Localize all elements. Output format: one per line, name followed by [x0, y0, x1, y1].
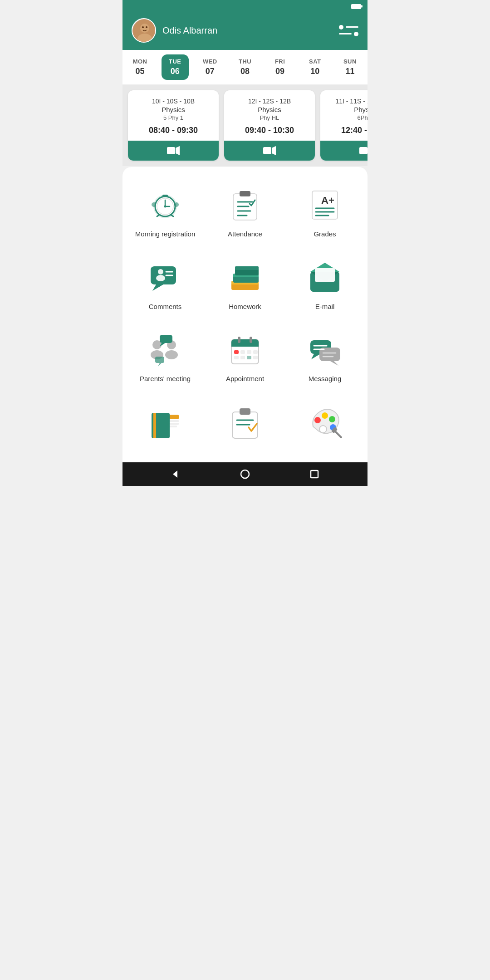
svg-point-91 — [329, 416, 335, 422]
menu-item-homework[interactable]: Homework — [207, 249, 283, 318]
svg-rect-67 — [234, 356, 239, 359]
svg-point-93 — [319, 426, 327, 433]
email-label: E-mail — [315, 302, 335, 311]
email-icon — [304, 257, 345, 298]
menu-item-messaging[interactable]: Messaging — [287, 321, 363, 390]
grades-icon: A+ — [304, 184, 345, 225]
extra1-icon — [145, 402, 186, 442]
video-icon — [263, 146, 276, 155]
class-time: 09:40 - 10:30 — [231, 126, 308, 135]
svg-marker-74 — [330, 361, 338, 366]
svg-rect-70 — [253, 356, 258, 359]
back-button[interactable] — [167, 465, 185, 483]
svg-point-53 — [165, 350, 178, 359]
class-code: 5 Phy 1 — [135, 114, 211, 121]
classes-list: 10I - 10S - 10B Physics 5 Phy 1 08:40 - … — [122, 85, 368, 166]
menu-grid: Morning registration Atte — [127, 176, 363, 453]
svg-marker-96 — [173, 470, 177, 478]
day-number: 11 — [345, 67, 354, 76]
day-name: WED — [203, 58, 217, 65]
svg-rect-61 — [238, 337, 240, 343]
svg-rect-60 — [231, 343, 259, 347]
menu-item-morning-registration[interactable]: Morning registration — [127, 176, 203, 245]
class-card-2: 11I - 11S - 11B - 11O Physics 6Phy1 12:4… — [320, 90, 368, 161]
svg-rect-68 — [240, 356, 245, 359]
calendar-day-mon[interactable]: MON 05 — [127, 54, 154, 80]
svg-rect-86 — [240, 408, 250, 415]
day-name: SUN — [343, 58, 357, 65]
svg-point-20 — [152, 202, 156, 207]
svg-marker-35 — [152, 284, 163, 291]
homework-label: Homework — [229, 302, 261, 311]
menu-item-grades[interactable]: A+ Grades — [287, 176, 363, 245]
class-groups: 11I - 11S - 11B - 11O — [328, 98, 368, 105]
svg-line-94 — [335, 431, 341, 437]
menu-item-extra2[interactable] — [207, 393, 283, 453]
day-name: TUE — [169, 58, 181, 65]
svg-rect-56 — [155, 357, 164, 363]
menu-item-extra1[interactable] — [127, 393, 203, 453]
calendar-day-thu[interactable]: THU 08 — [231, 54, 259, 80]
svg-rect-66 — [253, 350, 258, 354]
svg-rect-82 — [170, 420, 179, 422]
svg-point-21 — [174, 202, 179, 207]
grades-label: Grades — [314, 230, 336, 239]
attendance-label: Attendance — [228, 230, 262, 239]
svg-rect-84 — [170, 426, 177, 427]
day-name: MON — [133, 58, 147, 65]
svg-rect-69 — [247, 356, 251, 359]
menu-item-parents-meeting[interactable]: Parents' meeting — [127, 321, 203, 390]
calendar-day-wed[interactable]: WED 07 — [196, 54, 224, 80]
attendance-icon — [225, 184, 265, 225]
bottom-navigation — [122, 462, 368, 486]
svg-point-36 — [158, 269, 163, 274]
svg-rect-45 — [235, 266, 259, 270]
appointment-label: Appointment — [226, 374, 264, 383]
svg-rect-65 — [247, 350, 251, 354]
menu-item-extra3[interactable] — [287, 393, 363, 453]
menu-item-attendance[interactable]: Attendance — [207, 176, 283, 245]
class-time: 12:40 - 13:30 — [328, 126, 368, 135]
messaging-icon — [304, 329, 345, 370]
svg-point-90 — [322, 412, 328, 419]
svg-rect-64 — [240, 350, 245, 354]
svg-rect-98 — [311, 470, 318, 478]
class-groups: 12I - 12S - 12B — [231, 98, 308, 105]
home-button[interactable] — [236, 465, 254, 483]
menu-item-comments[interactable]: Comments — [127, 249, 203, 318]
video-button-1[interactable] — [224, 141, 315, 161]
menu-section: Morning registration Atte — [122, 167, 368, 462]
parents-meeting-icon — [145, 329, 186, 370]
svg-marker-57 — [158, 363, 162, 367]
avatar — [132, 18, 156, 43]
svg-rect-83 — [170, 423, 179, 425]
svg-point-3 — [142, 26, 144, 28]
messaging-label: Messaging — [309, 374, 342, 383]
day-number: 08 — [240, 67, 250, 76]
battery-icon — [351, 4, 361, 9]
svg-rect-80 — [153, 413, 156, 438]
svg-rect-81 — [170, 415, 179, 419]
calendar-day-tue[interactable]: TUE 06 — [162, 54, 189, 80]
class-time: 08:40 - 09:30 — [135, 126, 211, 135]
menu-item-appointment[interactable]: Appointment — [207, 321, 283, 390]
svg-text:A+: A+ — [321, 195, 334, 206]
calendar-day-sun[interactable]: SUN 11 — [336, 54, 363, 80]
svg-rect-9 — [359, 147, 368, 154]
day-number: 05 — [136, 67, 145, 76]
calendar-day-sat[interactable]: SAT 10 — [301, 54, 328, 80]
calendar-day-fri[interactable]: FRI 09 — [266, 54, 294, 80]
svg-point-1 — [140, 24, 149, 33]
svg-marker-8 — [272, 146, 276, 155]
user-name: Odis Albarran — [162, 25, 217, 36]
class-subject: Physics — [328, 106, 368, 113]
homework-icon — [225, 257, 265, 298]
settings-button[interactable] — [339, 25, 358, 36]
video-icon — [359, 146, 368, 155]
class-subject: Physics — [135, 106, 211, 113]
day-number: 10 — [310, 67, 319, 76]
video-button-0[interactable] — [128, 141, 219, 161]
menu-item-email[interactable]: E-mail — [287, 249, 363, 318]
video-button-2[interactable] — [320, 141, 368, 161]
recents-button[interactable] — [305, 465, 323, 483]
